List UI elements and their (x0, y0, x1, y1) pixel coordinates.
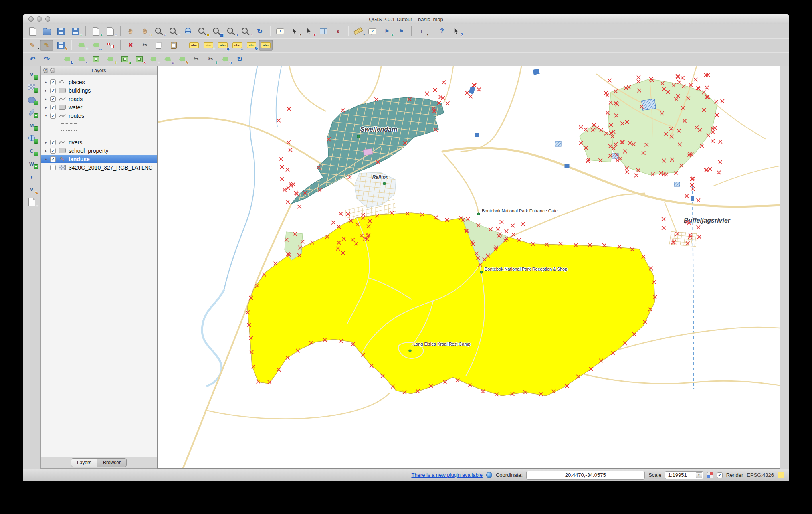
panel-detach-button[interactable]: ◦ (50, 68, 55, 73)
measure-line-dropdown[interactable]: ▾ (363, 33, 365, 36)
layer-item-roads[interactable]: ▸✓roads (41, 95, 157, 103)
add-postgis-layer-button[interactable]: + (25, 94, 38, 105)
delete-part-button[interactable]: − (147, 53, 160, 65)
new-shapefile-layer-button[interactable]: V✎ (25, 184, 38, 195)
text-annotation-dropdown[interactable]: ▾ (427, 33, 428, 36)
layer-checkbox-water[interactable]: ✓ (50, 105, 56, 110)
scale-combobox[interactable]: 1:19951 ▾ (665, 471, 703, 479)
pan-map-button[interactable] (124, 26, 137, 37)
rotate-feature-button[interactable]: ↻ (60, 53, 74, 65)
render-checkbox[interactable]: ✓ (717, 472, 723, 478)
zoom-last-button[interactable]: ‹ (224, 26, 238, 37)
new-bookmark-button[interactable]: ⚑+ (380, 26, 394, 37)
label-rotate-button[interactable]: abc↻ (245, 40, 258, 51)
panel-close-button[interactable]: ✕ (43, 68, 48, 73)
add-spatialite-layer-button[interactable]: + (25, 107, 38, 118)
select-features-button[interactable]: □▾ (288, 26, 301, 37)
layer-item-places[interactable]: ▸✓places (41, 78, 157, 86)
layer-expand-arrow[interactable]: ▸ (44, 97, 48, 101)
move-feature-button[interactable]: ↔ (89, 40, 103, 51)
current-edits-dropdown[interactable]: ▾ (38, 47, 39, 50)
delete-ring-button[interactable]: × (132, 53, 146, 65)
rotate-point-symbols-button[interactable]: ↻ (233, 53, 246, 65)
deselect-features-button[interactable]: × (302, 26, 316, 37)
close-window-button[interactable] (28, 16, 34, 22)
label-add-button[interactable]: abc+ (202, 40, 215, 51)
add-raster-layer-button[interactable]: + (25, 81, 38, 93)
layer-item-3420C_2010_327_RGB_LATLNG[interactable]: 3420C_2010_327_RGB_LATLNG (41, 163, 157, 172)
add-vector-layer-button[interactable]: V+ (25, 69, 38, 80)
save-project-as-button[interactable]: + (69, 26, 82, 37)
current-edits-button[interactable]: ✎▾ (26, 40, 39, 51)
show-bookmarks-button[interactable]: ⚑ (394, 26, 408, 37)
split-parts-button[interactable]: ✂+ (204, 53, 218, 65)
log-messages-icon[interactable] (778, 472, 784, 478)
remove-layer-button[interactable]: − (25, 196, 38, 208)
delete-selected-button[interactable]: × (124, 40, 137, 51)
reshape-features-button[interactable]: ✎ (175, 53, 189, 65)
map-tips-button[interactable]: ? (366, 26, 379, 37)
new-print-composer-button[interactable]: + (89, 26, 103, 37)
layer-expand-arrow[interactable]: ▸ (44, 89, 48, 93)
add-mssql-layer-button[interactable]: M+ (25, 120, 38, 131)
layer-checkbox-landuse[interactable]: ✓ (50, 156, 56, 162)
minimize-window-button[interactable] (37, 16, 42, 22)
new-project-button[interactable] (26, 26, 39, 37)
label-move-button[interactable]: abc↔ (230, 40, 244, 51)
add-part-button[interactable]: + (103, 53, 117, 65)
zoom-in-button[interactable]: + (152, 26, 166, 37)
label-pin-button[interactable]: abc◆ (216, 40, 230, 51)
scale-dropdown-icon[interactable]: ▾ (696, 472, 702, 478)
paste-features-button[interactable] (167, 40, 180, 51)
fill-ring-button[interactable]: ● (118, 53, 131, 65)
label-properties-button[interactable]: abc (259, 40, 273, 51)
redo-button[interactable]: ↷ (40, 53, 53, 65)
pan-to-selection-button[interactable]: □ (138, 26, 152, 37)
simplify-feature-button[interactable]: ~ (75, 53, 88, 65)
layer-item-routes[interactable]: ▾✓routes (41, 111, 157, 120)
layer-item-school_property[interactable]: ▸✓school_property (41, 146, 157, 155)
layer-expand-arrow[interactable]: ▸ (44, 149, 48, 153)
add-wfs-layer-button[interactable]: W+ (25, 158, 38, 169)
layer-checkbox-places[interactable]: ✓ (50, 79, 56, 85)
plugin-icon[interactable] (486, 472, 492, 478)
whats-this-button[interactable]: ? (450, 26, 463, 37)
layer-expand-arrow[interactable]: ▸ (44, 105, 48, 109)
add-feature-button[interactable]: + (75, 40, 88, 51)
layer-item-buildings[interactable]: ▸✓buildings (41, 86, 157, 95)
text-annotation-button[interactable]: T▾ (415, 26, 428, 37)
plugin-available-link[interactable]: There is a new plugin available (411, 472, 483, 478)
zoom-next-button[interactable]: › (239, 26, 252, 37)
identify-features-button[interactable]: i (273, 26, 287, 37)
tab-browser[interactable]: Browser (97, 458, 127, 467)
merge-features-button[interactable]: ∪ (218, 53, 232, 65)
layer-checkbox-rivers[interactable]: ✓ (50, 140, 56, 145)
copy-features-button[interactable] (152, 40, 166, 51)
split-features-button[interactable]: ✂ (190, 53, 203, 65)
layer-item-landuse[interactable]: ▸✓✎landuse (41, 155, 157, 163)
zoom-window-button[interactable] (45, 16, 50, 22)
coordinate-input[interactable]: 20.4470,-34.0575 (526, 471, 645, 480)
layer-expand-arrow[interactable]: ▾ (44, 114, 48, 118)
open-attribute-table-button[interactable] (317, 26, 330, 37)
layer-item-water[interactable]: ▸✓water (41, 103, 157, 111)
add-wms-layer-button[interactable]: + (25, 132, 38, 144)
layer-checkbox-buildings[interactable]: ✓ (50, 88, 56, 93)
zoom-to-selection-button[interactable]: ■ (196, 26, 209, 37)
layer-checkbox-roads[interactable]: ✓ (50, 96, 56, 102)
select-features-dropdown[interactable]: ▾ (300, 33, 301, 36)
labeling-button[interactable]: abc (187, 40, 201, 51)
layer-expand-arrow[interactable]: ▸ (44, 140, 48, 144)
layer-checkbox-school_property[interactable]: ✓ (50, 148, 56, 154)
layer-expand-arrow[interactable]: ▸ (44, 80, 48, 84)
undo-button[interactable]: ↶ (26, 53, 39, 65)
stop-render-icon[interactable] (707, 472, 713, 478)
title-bar[interactable]: QGIS 2.0.1-Dufour – basic_map (23, 14, 789, 24)
map-refresh-button[interactable]: ↻ (253, 26, 267, 37)
add-delimited-text-layer-button[interactable]: , (25, 171, 38, 182)
node-tool-button[interactable] (103, 40, 117, 51)
layer-checkbox-routes[interactable]: ✓ (50, 113, 56, 119)
zoom-to-layer-button[interactable]: ▦ (210, 26, 224, 37)
measure-line-button[interactable]: ▾ (351, 26, 365, 37)
save-layer-edits-button[interactable]: ✎ (54, 40, 68, 51)
